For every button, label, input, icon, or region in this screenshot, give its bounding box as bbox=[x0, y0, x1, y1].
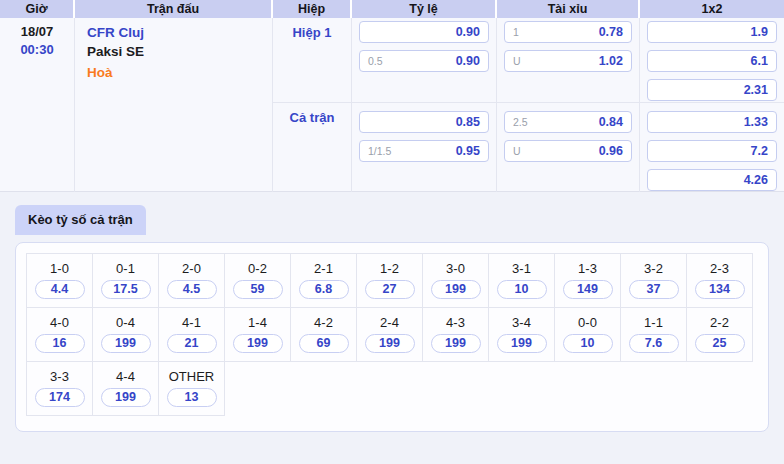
handicap-odds-button[interactable]: 0.90 bbox=[359, 21, 489, 43]
handicap-cell: 0.90 0.5 0.90 0.85 1/1.5 0.95 bbox=[352, 18, 497, 192]
1x2-odds-button[interactable]: 1.33 bbox=[647, 111, 777, 133]
score-label: 1-0 bbox=[50, 261, 69, 276]
over-under-half1: 1 0.78 U 1.02 bbox=[497, 18, 639, 103]
score-cell: 1-2 27 bbox=[357, 254, 423, 308]
odds-table: Giờ Trận đấu Hiệp Tỷ lệ Tài xỉu 1x2 18/0… bbox=[0, 0, 784, 192]
handicap-half1: 0.90 0.5 0.90 bbox=[352, 18, 496, 103]
handicap-odds-button[interactable]: 0.5 0.90 bbox=[359, 50, 489, 72]
score-odds-button[interactable]: 10 bbox=[497, 280, 547, 299]
1x2-odds-button[interactable]: 1.9 bbox=[647, 21, 777, 43]
score-cell: 4-3 199 bbox=[423, 308, 489, 362]
score-odds-button[interactable]: 199 bbox=[497, 334, 547, 353]
handicap-line: 1/1.5 bbox=[368, 145, 391, 157]
score-odds-button[interactable]: 199 bbox=[431, 334, 481, 353]
score-odds-button[interactable]: 199 bbox=[431, 280, 481, 299]
1x2-value: 4.26 bbox=[744, 173, 768, 187]
1x2-cell: 1.9 6.1 2.31 1.33 7.2 4.26 bbox=[640, 18, 784, 192]
score-odds-button[interactable]: 59 bbox=[233, 280, 283, 299]
score-odds-button[interactable]: 21 bbox=[167, 334, 217, 353]
over-under-odds-button[interactable]: U 0.96 bbox=[504, 140, 632, 162]
score-odds-button[interactable]: 25 bbox=[695, 334, 745, 353]
score-odds-button[interactable]: 13 bbox=[167, 388, 217, 407]
score-cell: 2-1 6.8 bbox=[291, 254, 357, 308]
tab-correct-score[interactable]: Kèo tỷ số cả trận bbox=[15, 205, 146, 235]
score-odds-button[interactable]: 27 bbox=[365, 280, 415, 299]
half-1-label: Hiệp 1 bbox=[292, 25, 331, 40]
score-odds-button[interactable]: 7.6 bbox=[629, 334, 679, 353]
score-odds-button[interactable]: 199 bbox=[101, 388, 151, 407]
score-cell: 3-1 10 bbox=[489, 254, 555, 308]
handicap-value: 0.90 bbox=[456, 54, 480, 68]
score-cell: 2-4 199 bbox=[357, 308, 423, 362]
score-cell: 0-2 59 bbox=[225, 254, 291, 308]
handicap-fulltime: 0.85 1/1.5 0.95 bbox=[352, 103, 496, 162]
score-cell: 1-1 7.6 bbox=[621, 308, 687, 362]
score-label: 4-1 bbox=[182, 315, 201, 330]
1x2-fulltime: 1.33 7.2 4.26 bbox=[640, 103, 784, 191]
score-odds-button[interactable]: 4.4 bbox=[35, 280, 85, 299]
score-cell: 4-1 21 bbox=[159, 308, 225, 362]
score-odds-button[interactable]: 174 bbox=[35, 388, 85, 407]
over-under-odds-button[interactable]: 1 0.78 bbox=[504, 21, 632, 43]
score-label: 1-4 bbox=[248, 315, 267, 330]
score-odds-button[interactable]: 69 bbox=[299, 334, 349, 353]
score-odds-button[interactable]: 199 bbox=[365, 334, 415, 353]
score-odds-button[interactable]: 6.8 bbox=[299, 280, 349, 299]
handicap-odds-button[interactable]: 1/1.5 0.95 bbox=[359, 140, 489, 162]
score-row: 1-0 4.4 0-1 17.5 2-0 4.5 0-2 59 2-1 6.8 … bbox=[27, 254, 753, 308]
header-half: Hiệp bbox=[273, 0, 352, 18]
over-under-odds-button[interactable]: U 1.02 bbox=[504, 50, 632, 72]
score-cell: 0-0 10 bbox=[555, 308, 621, 362]
home-team-link[interactable]: CFR Cluj bbox=[87, 23, 272, 42]
score-label: 2-3 bbox=[710, 261, 729, 276]
1x2-odds-button[interactable]: 6.1 bbox=[647, 50, 777, 72]
1x2-odds-button[interactable]: 7.2 bbox=[647, 140, 777, 162]
score-row: 3-3 174 4-4 199 OTHER 13 bbox=[27, 362, 753, 416]
score-label: 1-3 bbox=[578, 261, 597, 276]
over-under-line: U bbox=[513, 55, 521, 67]
score-odds-button[interactable]: 199 bbox=[233, 334, 283, 353]
over-under-value: 1.02 bbox=[599, 54, 623, 68]
score-label: 3-1 bbox=[512, 261, 531, 276]
over-under-odds-button[interactable]: 2.5 0.84 bbox=[504, 111, 632, 133]
half-cell: Hiệp 1 Cả trận bbox=[273, 18, 352, 192]
over-under-line: 1 bbox=[513, 26, 519, 38]
score-cell: 3-0 199 bbox=[423, 254, 489, 308]
correct-score-panel: 1-0 4.4 0-1 17.5 2-0 4.5 0-2 59 2-1 6.8 … bbox=[15, 242, 769, 432]
score-label: 4-3 bbox=[446, 315, 465, 330]
score-odds-button[interactable]: 17.5 bbox=[101, 280, 151, 299]
header-odds: Tỷ lệ bbox=[352, 0, 497, 18]
score-odds-button[interactable]: 149 bbox=[563, 280, 613, 299]
over-under-line: U bbox=[513, 145, 521, 157]
score-label: 2-0 bbox=[182, 261, 201, 276]
1x2-odds-button[interactable]: 2.31 bbox=[647, 79, 777, 101]
1x2-value: 6.1 bbox=[751, 54, 768, 68]
score-label: 2-1 bbox=[314, 261, 333, 276]
score-label: 0-1 bbox=[116, 261, 135, 276]
score-grid: 1-0 4.4 0-1 17.5 2-0 4.5 0-2 59 2-1 6.8 … bbox=[26, 253, 753, 416]
odds-table-header: Giờ Trận đấu Hiệp Tỷ lệ Tài xỉu 1x2 bbox=[0, 0, 784, 18]
score-odds-button[interactable]: 10 bbox=[563, 334, 613, 353]
score-odds-button[interactable]: 37 bbox=[629, 280, 679, 299]
score-odds-button[interactable]: 199 bbox=[101, 334, 151, 353]
away-team: Paksi SE bbox=[87, 42, 272, 61]
score-cell: OTHER 13 bbox=[159, 362, 225, 416]
score-label: 3-0 bbox=[446, 261, 465, 276]
1x2-odds-button[interactable]: 4.26 bbox=[647, 169, 777, 191]
score-cell: 2-0 4.5 bbox=[159, 254, 225, 308]
score-cell: 0-4 199 bbox=[93, 308, 159, 362]
handicap-odds-button[interactable]: 0.85 bbox=[359, 111, 489, 133]
score-odds-button[interactable]: 134 bbox=[695, 280, 745, 299]
handicap-value: 0.85 bbox=[456, 115, 480, 129]
score-label: 0-2 bbox=[248, 261, 267, 276]
half-1-block: Hiệp 1 bbox=[273, 18, 351, 103]
score-label: 1-2 bbox=[380, 261, 399, 276]
score-cell: 4-2 69 bbox=[291, 308, 357, 362]
score-odds-button[interactable]: 4.5 bbox=[167, 280, 217, 299]
score-cell: 1-4 199 bbox=[225, 308, 291, 362]
score-cell: 3-2 37 bbox=[621, 254, 687, 308]
score-cell: 3-3 174 bbox=[27, 362, 93, 416]
score-label: 1-1 bbox=[644, 315, 663, 330]
score-label: 0-4 bbox=[116, 315, 135, 330]
score-odds-button[interactable]: 16 bbox=[35, 334, 85, 353]
